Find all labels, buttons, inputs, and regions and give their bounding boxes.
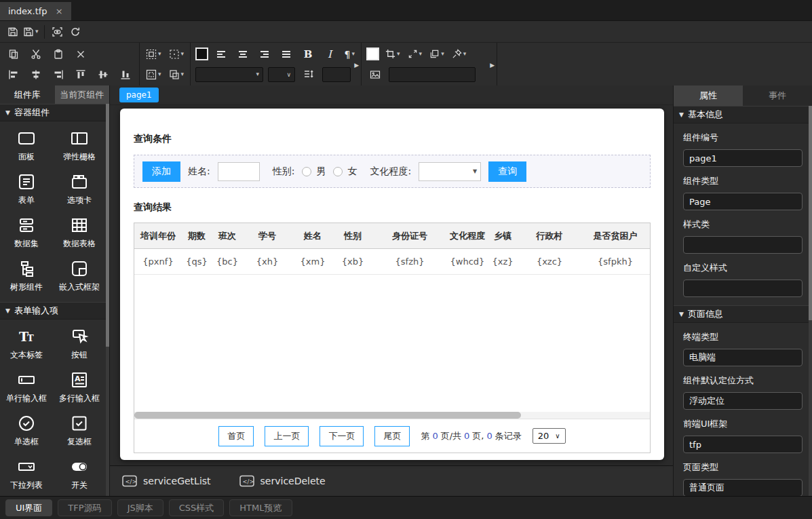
- component-dataset[interactable]: 数据集: [0, 211, 53, 254]
- component-type-input[interactable]: [683, 193, 803, 210]
- align-bottom-button[interactable]: [117, 66, 134, 83]
- save-button[interactable]: [4, 23, 22, 41]
- section-form-inputs[interactable]: ▼ 表单输入项: [0, 302, 109, 320]
- next-page-button[interactable]: 下一页: [320, 426, 364, 446]
- scrollbar-thumb[interactable]: [106, 104, 109, 347]
- text-justify-button[interactable]: [278, 45, 295, 63]
- education-select[interactable]: ▼: [419, 162, 481, 181]
- corner-dropdown[interactable]: ▾: [168, 66, 186, 83]
- gender-male-radio[interactable]: [302, 167, 311, 176]
- tab-css-style[interactable]: CSS样式: [169, 499, 225, 516]
- text-align-center-button[interactable]: [235, 45, 252, 63]
- left-panel-scrollbar[interactable]: [106, 104, 109, 496]
- section-basic-info[interactable]: ▼ 基本信息: [674, 106, 812, 123]
- component-multi-line-input[interactable]: A多行输入框: [53, 366, 106, 409]
- italic-button[interactable]: I: [322, 45, 339, 63]
- design-page[interactable]: 查询条件 添加 姓名: 性别: 男 女 文化程度: ▼ 查询 查: [120, 109, 664, 460]
- image-url-input[interactable]: [389, 67, 476, 82]
- component-tabs[interactable]: 选项卡: [53, 168, 106, 211]
- align-left-button[interactable]: [5, 66, 22, 83]
- align-top-button[interactable]: [72, 66, 90, 83]
- text-align-left-button[interactable]: [213, 45, 230, 63]
- gender-female-radio[interactable]: [333, 167, 343, 176]
- table-horizontal-scrollbar[interactable]: [134, 412, 650, 419]
- tab-properties[interactable]: 属性: [674, 85, 743, 106]
- pin-dropdown[interactable]: ▾: [450, 45, 468, 63]
- overflow-arrow-icon[interactable]: ▶: [490, 62, 495, 69]
- page-tab[interactable]: page1: [119, 88, 159, 102]
- first-page-button[interactable]: 首页: [218, 426, 254, 446]
- add-button[interactable]: 添加: [142, 161, 180, 182]
- ui-framework-input[interactable]: [683, 436, 803, 453]
- terminal-type-input[interactable]: [683, 349, 803, 366]
- font-color-swatch[interactable]: [195, 47, 208, 60]
- tab-current-page-components[interactable]: 当前页组件: [55, 85, 110, 104]
- custom-style-input[interactable]: [683, 280, 803, 297]
- last-page-button[interactable]: 尾页: [374, 426, 410, 446]
- margin-dropdown[interactable]: ▾: [144, 45, 163, 63]
- component-single-line-input[interactable]: 单行输入框: [0, 366, 53, 409]
- paragraph-dropdown[interactable]: ¶▾: [343, 45, 356, 63]
- query-form[interactable]: 添加 姓名: 性别: 男 女 文化程度: ▼ 查询: [134, 155, 651, 188]
- service-get-list[interactable]: </> serviceGetList: [122, 475, 211, 487]
- component-id-input[interactable]: [683, 149, 803, 167]
- text-align-right-button[interactable]: [256, 45, 273, 63]
- component-checkbox[interactable]: 复选框: [53, 409, 106, 453]
- image-button[interactable]: [366, 66, 384, 83]
- preview-button[interactable]: [49, 23, 66, 41]
- crop-dropdown[interactable]: ▾: [384, 45, 402, 63]
- tab-html-preview[interactable]: HTML预览: [229, 499, 292, 516]
- right-panel-scrollbar[interactable]: [809, 106, 812, 496]
- background-color-swatch[interactable]: [366, 47, 379, 60]
- name-input[interactable]: [218, 162, 260, 181]
- section-page-info[interactable]: ▼ 页面信息: [674, 305, 812, 323]
- border-dropdown[interactable]: ▾: [168, 45, 186, 63]
- scrollbar-thumb[interactable]: [134, 412, 521, 419]
- copy-button[interactable]: [5, 45, 22, 63]
- component-tree[interactable]: 树形组件: [0, 254, 53, 298]
- align-center-button[interactable]: [27, 66, 45, 83]
- table-row[interactable]: {pxnf} {qs} {bc} {xh} {xm} {xb} {sfzh} {…: [134, 249, 650, 275]
- padding-dropdown[interactable]: ▾: [144, 66, 163, 83]
- resize-dropdown[interactable]: ▾: [406, 45, 424, 63]
- service-delete[interactable]: </> serviceDelete: [239, 475, 326, 487]
- tab-component-library[interactable]: 组件库: [0, 85, 55, 104]
- component-data-table[interactable]: 数据表格: [53, 211, 106, 254]
- component-form[interactable]: 表单: [0, 168, 53, 211]
- scrollbar-thumb[interactable]: [809, 106, 812, 320]
- default-positioning-input[interactable]: [683, 392, 803, 410]
- font-family-select[interactable]: ▾: [195, 67, 263, 82]
- save-as-button[interactable]: ▾: [22, 23, 40, 41]
- cut-button[interactable]: [27, 45, 45, 63]
- line-height-button[interactable]: [300, 66, 317, 83]
- text-value-input[interactable]: [322, 67, 351, 82]
- font-size-select[interactable]: ∨: [268, 67, 295, 82]
- prev-page-button[interactable]: 上一页: [265, 426, 309, 446]
- component-dropdown-list[interactable]: 下拉列表: [0, 453, 53, 496]
- overflow-arrow-icon[interactable]: ▶: [354, 62, 359, 69]
- paste-button[interactable]: [50, 45, 67, 63]
- component-iframe[interactable]: 嵌入式框架: [53, 254, 106, 298]
- refresh-button[interactable]: [66, 23, 84, 41]
- component-radio[interactable]: 单选框: [0, 409, 53, 453]
- tab-tfp-source[interactable]: TFP源码: [58, 499, 111, 516]
- style-class-input[interactable]: [683, 236, 803, 254]
- component-switch[interactable]: 开关: [53, 453, 106, 496]
- component-flex-grid[interactable]: 弹性栅格: [53, 124, 106, 168]
- bold-button[interactable]: B: [300, 45, 317, 63]
- tab-js-script[interactable]: JS脚本: [117, 499, 163, 516]
- layers-dropdown[interactable]: ▾: [428, 45, 446, 63]
- tab-ui-view[interactable]: UI界面: [5, 499, 52, 516]
- delete-button[interactable]: [72, 45, 90, 63]
- file-tab[interactable]: index.tfp ×: [0, 2, 71, 20]
- search-button[interactable]: 查询: [488, 161, 526, 182]
- component-button[interactable]: 按钮: [53, 322, 106, 366]
- page-type-input[interactable]: [683, 479, 803, 496]
- component-panel[interactable]: 面板: [0, 124, 53, 168]
- section-container-components[interactable]: ▼ 容器组件: [0, 104, 109, 121]
- align-right-button[interactable]: [50, 66, 67, 83]
- page-size-select[interactable]: 20 ∨: [533, 428, 566, 444]
- close-icon[interactable]: ×: [56, 6, 63, 16]
- component-text-label[interactable]: TT文本标签: [0, 322, 53, 366]
- align-middle-button[interactable]: [94, 66, 112, 83]
